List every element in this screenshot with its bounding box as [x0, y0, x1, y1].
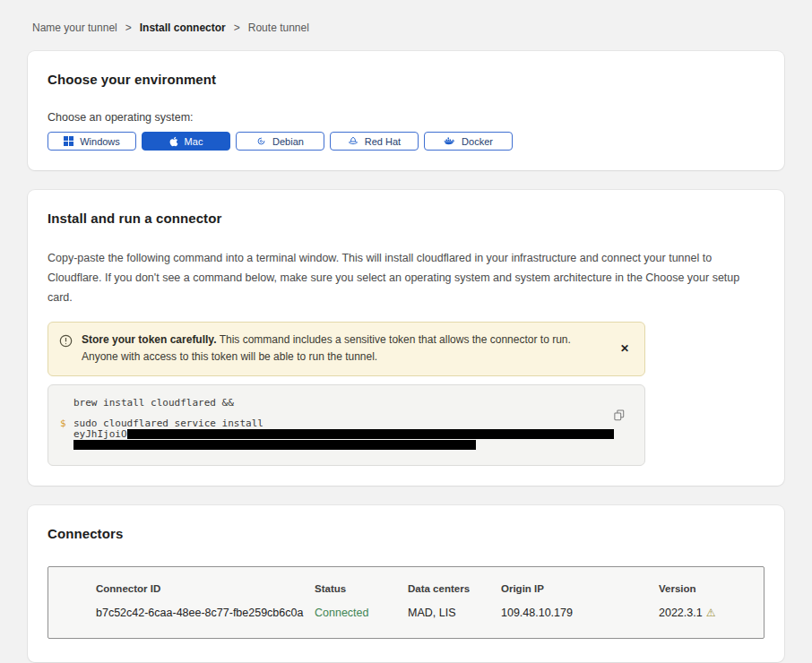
os-button-mac[interactable]: Mac: [142, 132, 230, 151]
warning-triangle-icon: ⚠: [706, 607, 716, 619]
docker-icon: [444, 136, 455, 146]
breadcrumb-step-name-your-tunnel[interactable]: Name your tunnel: [32, 22, 117, 34]
connector-version-value: 2022.3.1⚠: [659, 607, 746, 619]
column-header-data-centers: Data centers: [408, 583, 501, 594]
install-card-title: Install and run a connector: [48, 211, 764, 226]
token-prefix: eyJhIjoiO: [73, 428, 127, 440]
redaction-bar: [127, 429, 614, 439]
code-line-service-install: sudo cloudflared service install: [73, 418, 605, 429]
install-description: Copy-paste the following command into a …: [48, 249, 764, 308]
code-command: $ sudo cloudflared service install eyJhI…: [73, 418, 605, 450]
connector-id-value: b7c52c42-6caa-48ee-8c77-fbe259cb6c0a: [96, 607, 315, 619]
code-line-brew-install: brew install cloudflared &&: [73, 397, 605, 409]
close-icon[interactable]: ✕: [617, 340, 633, 357]
install-command-codeblock: brew install cloudflared && $ sudo cloud…: [48, 384, 645, 466]
os-button-debian[interactable]: Debian: [236, 132, 324, 151]
os-button-label: Red Hat: [365, 136, 401, 147]
shell-prompt: $: [60, 418, 66, 429]
debian-icon: [256, 136, 266, 146]
os-button-label: Debian: [272, 136, 304, 147]
breadcrumb-step-install-connector[interactable]: Install connector: [140, 22, 226, 34]
copy-icon[interactable]: [614, 409, 625, 421]
connectors-table: Connector ID Status Data centers Origin …: [48, 566, 764, 639]
os-button-windows[interactable]: Windows: [48, 132, 136, 151]
install-card: Install and run a connector Copy-paste t…: [28, 190, 784, 486]
column-header-version: Version: [659, 583, 746, 594]
connectors-card-title: Connectors: [48, 526, 764, 541]
environment-card: Choose your environment Choose an operat…: [28, 51, 784, 170]
breadcrumb-separator: >: [234, 22, 240, 34]
breadcrumb: Name your tunnel > Install connector > R…: [0, 0, 812, 34]
windows-icon: [64, 136, 73, 146]
os-button-label: Mac: [185, 136, 203, 147]
token-line: eyJhIjoiO: [73, 429, 605, 439]
connector-data-centers-value: MAD, LIS: [408, 607, 501, 619]
redaction-bar: [73, 440, 476, 450]
connectors-grid: Connector ID Status Data centers Origin …: [96, 583, 746, 619]
connector-origin-ip-value: 109.48.10.179: [501, 607, 659, 619]
page-content: Choose your environment Choose an operat…: [28, 51, 784, 662]
column-header-connector-id: Connector ID: [96, 583, 315, 594]
os-button-label: Docker: [462, 136, 493, 147]
apple-icon: [169, 136, 178, 147]
os-select-label: Choose an operating system:: [48, 111, 764, 124]
token-warning-banner: Store your token carefully. This command…: [48, 322, 645, 377]
os-button-group: Windows Mac Debian: [48, 132, 764, 151]
environment-card-title: Choose your environment: [48, 72, 764, 87]
token-warning-text: Store your token carefully. This command…: [82, 332, 600, 367]
redhat-icon: [348, 136, 358, 146]
breadcrumb-step-route-tunnel[interactable]: Route tunnel: [248, 22, 309, 34]
circle-exclamation-icon: [59, 334, 73, 354]
os-button-docker[interactable]: Docker: [424, 132, 513, 151]
os-button-label: Windows: [80, 136, 120, 147]
column-header-origin-ip: Origin IP: [501, 583, 659, 594]
breadcrumb-separator: >: [125, 22, 132, 34]
os-button-redhat[interactable]: Red Hat: [330, 132, 419, 151]
token-warning-title: Store your token carefully.: [82, 333, 217, 346]
column-header-status: Status: [315, 583, 408, 594]
connectors-card: Connectors Connector ID Status Data cent…: [28, 505, 784, 662]
connector-status-value: Connected: [315, 607, 408, 619]
